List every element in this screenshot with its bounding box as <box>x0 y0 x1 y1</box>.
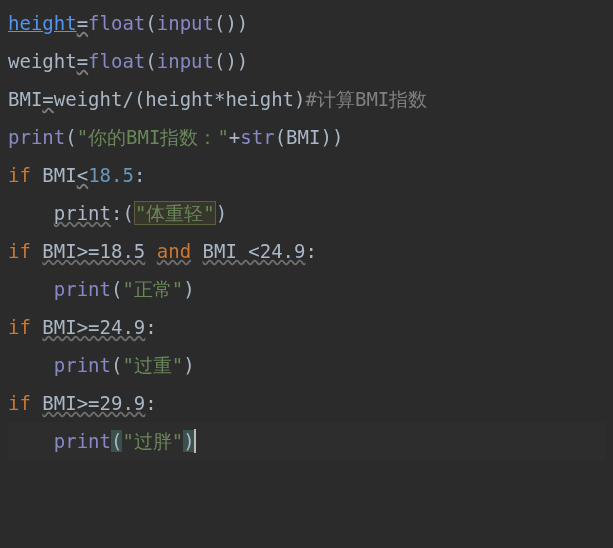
parens: () <box>214 50 237 72</box>
fn-float: float <box>88 12 145 34</box>
code-line[interactable]: print("过胖") <box>8 422 605 460</box>
space <box>145 240 156 262</box>
space <box>31 392 42 414</box>
string: "过胖" <box>122 430 183 452</box>
condition: BMI>=24.9 <box>42 316 145 338</box>
code-line[interactable]: weight=float(input()) <box>8 42 605 80</box>
code-line[interactable]: BMI=weight/(height*height)#计算BMI指数 <box>8 80 605 118</box>
paren: ) <box>320 126 331 148</box>
code-line[interactable]: if BMI>=18.5 and BMI <24.9: <box>8 232 605 270</box>
paren: ( <box>145 50 156 72</box>
fn-input: input <box>157 50 214 72</box>
op-assign: = <box>42 88 53 110</box>
fn-input: input <box>157 12 214 34</box>
paren: ( <box>275 126 286 148</box>
fn-print: print <box>8 126 65 148</box>
code-line[interactable]: height=float(input()) <box>8 4 605 42</box>
paren: ) <box>332 126 343 148</box>
kw-if: if <box>8 164 31 186</box>
string: "过重" <box>122 354 183 376</box>
kw-if: if <box>8 240 31 262</box>
colon: : <box>145 392 156 414</box>
paren-open-match: ( <box>111 430 122 452</box>
paren: ( <box>122 202 133 224</box>
identifier-bmi: BMI <box>42 164 76 186</box>
string: "正常" <box>122 278 183 300</box>
colon: : <box>305 240 316 262</box>
paren: ( <box>111 278 122 300</box>
condition: BMI>=29.9 <box>42 392 145 414</box>
colon: : <box>111 202 122 224</box>
kw-and: and <box>157 240 191 262</box>
op-assign: = <box>77 12 88 34</box>
identifier-bmi: BMI <box>286 126 320 148</box>
code-line[interactable]: if BMI>=29.9: <box>8 384 605 422</box>
code-line[interactable]: if BMI<18.5: <box>8 156 605 194</box>
identifier-weight: weight <box>54 88 123 110</box>
paren: ( <box>65 126 76 148</box>
paren: ) <box>183 354 194 376</box>
op-mul: * <box>214 88 225 110</box>
kw-if: if <box>8 316 31 338</box>
paren: ( <box>145 12 156 34</box>
fn-print: print <box>54 278 111 300</box>
code-editor[interactable]: height=float(input()) weight=float(input… <box>0 0 613 464</box>
op-plus: + <box>229 126 240 148</box>
text-caret <box>194 429 196 453</box>
condition: BMI <24.9 <box>203 240 306 262</box>
comment: #计算BMI指数 <box>306 88 428 110</box>
string: "体重轻" <box>134 201 216 225</box>
code-line[interactable]: print("过重") <box>8 346 605 384</box>
code-line[interactable]: if BMI>=24.9: <box>8 308 605 346</box>
op-div: / <box>122 88 133 110</box>
colon: : <box>134 164 145 186</box>
fn-str: str <box>240 126 274 148</box>
condition: BMI>=18.5 <box>42 240 145 262</box>
identifier-height: height <box>225 88 294 110</box>
code-line[interactable]: print:("体重轻") <box>8 194 605 232</box>
paren: ( <box>111 354 122 376</box>
identifier-print: print <box>54 202 111 224</box>
string: "你的BMI指数：" <box>77 126 229 148</box>
space <box>31 164 42 186</box>
space <box>31 240 42 262</box>
fn-print: print <box>54 430 111 452</box>
code-line[interactable]: print("正常") <box>8 270 605 308</box>
parens: () <box>214 12 237 34</box>
identifier-weight: weight <box>8 50 77 72</box>
op-assign: = <box>77 50 88 72</box>
identifier-height: height <box>8 12 77 34</box>
paren: ) <box>237 50 248 72</box>
op-lt: < <box>77 164 88 186</box>
colon: : <box>145 316 156 338</box>
space <box>31 316 42 338</box>
identifier-bmi: BMI <box>8 88 42 110</box>
code-line[interactable]: print("你的BMI指数："+str(BMI)) <box>8 118 605 156</box>
paren: ) <box>216 202 227 224</box>
paren: ( <box>134 88 145 110</box>
paren: ) <box>294 88 305 110</box>
fn-print: print <box>54 354 111 376</box>
paren: ) <box>183 278 194 300</box>
kw-if: if <box>8 392 31 414</box>
number: 18.5 <box>88 164 134 186</box>
fn-float: float <box>88 50 145 72</box>
paren: ) <box>237 12 248 34</box>
space <box>191 240 202 262</box>
identifier-height: height <box>145 88 214 110</box>
